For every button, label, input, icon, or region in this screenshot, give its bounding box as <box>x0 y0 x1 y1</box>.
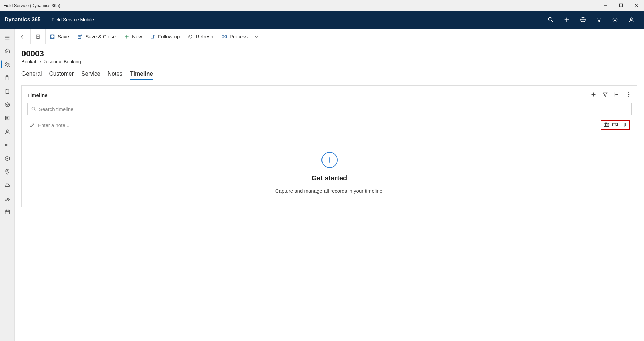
svg-point-61 <box>628 92 629 93</box>
command-overflow-chevron[interactable] <box>252 29 261 44</box>
svg-rect-44 <box>51 35 53 36</box>
svg-rect-43 <box>50 35 54 38</box>
svg-rect-1 <box>620 4 623 7</box>
svg-line-28 <box>6 145 8 146</box>
tab-general[interactable]: General <box>21 70 42 80</box>
timeline-filter-icon[interactable] <box>602 92 608 98</box>
camera-icon[interactable] <box>603 122 609 128</box>
nav-location-icon[interactable] <box>0 165 15 179</box>
timeline-note-row <box>27 118 632 132</box>
svg-rect-36 <box>5 210 9 214</box>
save-close-button[interactable]: Save & Close <box>73 29 120 44</box>
timeline-empty-add-button[interactable] <box>321 152 338 168</box>
timeline-search[interactable] <box>27 103 632 115</box>
profile-icon[interactable] <box>623 11 639 29</box>
window-close-button[interactable] <box>629 0 644 11</box>
timeline-add-icon[interactable] <box>591 92 596 98</box>
tab-notes[interactable]: Notes <box>108 70 122 80</box>
app-brand: Dynamics 365 <box>5 17 46 22</box>
nav-person-icon[interactable] <box>0 125 15 138</box>
svg-rect-52 <box>222 35 224 37</box>
svg-point-35 <box>8 200 9 201</box>
nav-menu-icon[interactable] <box>0 31 15 44</box>
back-button[interactable] <box>15 29 31 44</box>
form-selector-icon[interactable] <box>31 29 46 44</box>
tab-timeline[interactable]: Timeline <box>130 70 153 80</box>
svg-line-65 <box>34 110 35 111</box>
process-button[interactable]: Process <box>217 29 252 44</box>
svg-point-24 <box>5 144 6 146</box>
app-title: Field Service Mobile <box>46 17 94 22</box>
globe-icon[interactable] <box>575 11 591 29</box>
timeline-empty-subtitle: Capture and manage all records in your t… <box>275 188 384 194</box>
svg-rect-22 <box>5 116 9 120</box>
svg-rect-51 <box>151 35 153 38</box>
svg-point-11 <box>614 19 616 20</box>
filter-icon[interactable] <box>591 11 607 29</box>
nav-home-icon[interactable] <box>0 44 15 58</box>
nav-box-icon[interactable] <box>0 152 15 165</box>
nav-calendar-icon[interactable] <box>0 205 15 219</box>
svg-point-16 <box>5 63 7 64</box>
app-bar: Dynamics 365 Field Service Mobile <box>0 11 644 29</box>
timeline-card: Timeline <box>21 85 637 207</box>
timeline-empty-state: Get started Capture and manage all recor… <box>27 132 632 194</box>
window-maximize-button[interactable] <box>613 0 629 11</box>
timeline-title: Timeline <box>27 92 591 98</box>
nav-package-icon[interactable] <box>0 98 15 111</box>
timeline-empty-title: Get started <box>312 174 347 182</box>
window-titlebar: Field Service (Dynamics 365) <box>0 0 644 11</box>
nav-clipboard2-icon[interactable] <box>0 85 15 98</box>
nav-clipboard1-icon[interactable] <box>0 71 15 85</box>
timeline-attach-group <box>601 120 630 130</box>
svg-point-29 <box>7 170 8 172</box>
record-type: Bookable Resource Booking <box>21 59 637 64</box>
svg-point-17 <box>8 63 9 65</box>
svg-rect-69 <box>613 123 616 126</box>
refresh-button[interactable]: Refresh <box>184 29 217 44</box>
left-nav-rail <box>0 29 15 341</box>
tab-service[interactable]: Service <box>81 70 100 80</box>
search-icon[interactable] <box>543 11 559 29</box>
svg-point-25 <box>8 143 9 144</box>
svg-marker-70 <box>616 123 617 126</box>
nav-device-icon[interactable] <box>0 111 15 125</box>
nav-share-icon[interactable] <box>0 138 15 152</box>
svg-point-26 <box>8 146 9 147</box>
timeline-sort-icon[interactable] <box>614 92 620 98</box>
window-minimize-button[interactable] <box>598 0 613 11</box>
timeline-more-icon[interactable] <box>626 92 632 98</box>
record-tabs: General Customer Service Notes Timeline <box>15 64 644 80</box>
svg-point-62 <box>628 94 629 95</box>
save-button[interactable]: Save <box>46 29 73 44</box>
svg-point-4 <box>548 17 552 21</box>
video-icon[interactable] <box>612 122 618 128</box>
svg-rect-53 <box>225 35 226 37</box>
timeline-note-input[interactable] <box>38 122 597 128</box>
tab-customer[interactable]: Customer <box>49 70 74 80</box>
svg-point-34 <box>5 200 6 201</box>
svg-point-23 <box>6 130 8 132</box>
refresh-label: Refresh <box>196 34 213 39</box>
save-label: Save <box>58 34 69 39</box>
settings-gear-icon[interactable] <box>607 11 623 29</box>
process-label: Process <box>230 34 248 39</box>
follow-up-label: Follow up <box>158 34 180 39</box>
svg-rect-47 <box>79 35 80 36</box>
svg-line-27 <box>6 144 8 145</box>
nav-bookings-icon[interactable] <box>0 58 15 71</box>
new-button[interactable]: New <box>120 29 146 44</box>
timeline-search-input[interactable] <box>39 106 628 112</box>
record-header: 00003 Bookable Resource Booking <box>15 44 644 64</box>
add-icon[interactable] <box>559 11 575 29</box>
nav-truck-icon[interactable] <box>0 192 15 205</box>
attachment-icon[interactable] <box>621 122 627 128</box>
svg-line-5 <box>552 21 553 22</box>
new-label: New <box>132 34 142 39</box>
svg-rect-45 <box>51 37 53 38</box>
follow-up-button[interactable]: Follow up <box>146 29 184 44</box>
svg-point-63 <box>628 96 629 96</box>
command-bar: Save Save & Close New Follow up Refresh … <box>15 29 644 44</box>
save-close-label: Save & Close <box>85 34 116 39</box>
nav-car-icon[interactable] <box>0 179 15 192</box>
